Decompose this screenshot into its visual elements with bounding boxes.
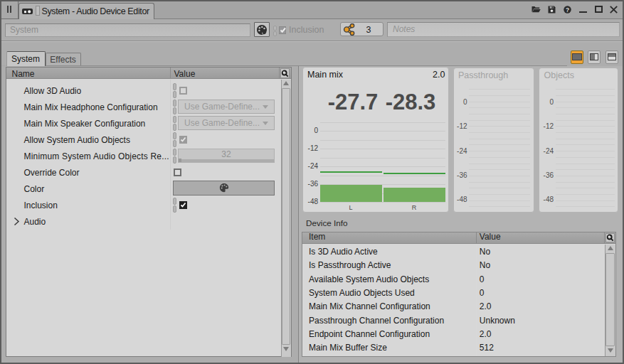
svg-text:?: ? [565,6,569,13]
